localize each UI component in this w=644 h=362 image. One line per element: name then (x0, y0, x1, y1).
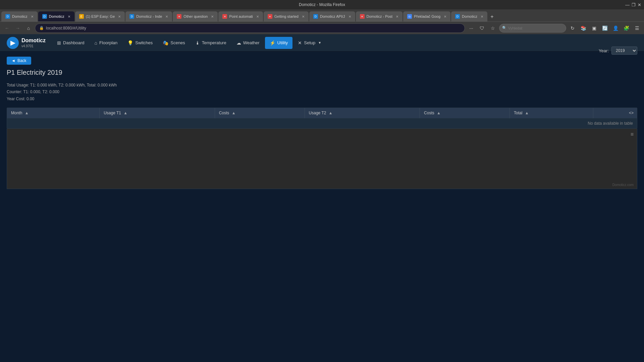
col-usage-t2-sort: ▲ (329, 111, 333, 115)
sidebar-icon[interactable]: ▣ (590, 24, 598, 33)
tab-close-1[interactable]: ✕ (31, 15, 34, 18)
tab-close-9[interactable]: ✕ (396, 15, 398, 18)
tab-label-2: Domoticz (49, 14, 64, 18)
col-costs2-sort: ▲ (437, 111, 441, 115)
title-bar-controls: — ❐ ✕ (625, 2, 641, 7)
browser-tab-5[interactable]: ● Other question ✕ (173, 11, 218, 21)
nav-item-utility[interactable]: ⚡ Utility (265, 37, 293, 49)
weather-icon: ☁ (236, 40, 241, 46)
address-bar[interactable]: 🔒 localhost:8080/#/Utility (35, 23, 465, 33)
temperature-icon: 🌡 (195, 40, 200, 46)
stats-section: Total Usage: T1: 0.000 kWh, T2: 0.000 kW… (7, 82, 637, 102)
tab-label-1: Domoticz (12, 14, 28, 18)
tab-label-5: Other question (183, 14, 208, 18)
tab-close-11[interactable]: ✕ (481, 15, 483, 18)
col-usage-t2[interactable]: Usage T2 ▲ (305, 108, 420, 118)
browser-tab-10[interactable]: G Překladač Goog ✕ (403, 11, 450, 21)
nav-item-setup[interactable]: ✕ Setup ▼ (293, 37, 326, 49)
tab-favicon-2: D (42, 14, 47, 19)
col-usage-t1-label: Usage T1 (104, 111, 121, 115)
search-input[interactable] (508, 26, 558, 30)
year-select[interactable]: 2019 2018 2020 (611, 47, 637, 55)
browser-extra-icons: 📚 ▣ 🔄 👤 🧩 ☰ (579, 24, 641, 33)
tab-close-2[interactable]: ✕ (68, 15, 70, 18)
col-costs2-label: Costs (424, 111, 434, 115)
page-content: ◄ Back Year: 2019 2018 2020 P1 Electrici… (0, 52, 644, 194)
chart-area: ≡ Domoticz.com (7, 129, 637, 189)
nav-item-switches[interactable]: 💡 Switches (123, 37, 157, 49)
app-nav: ▶ Domoticz v4.9701 ⊞ Dashboard ⌂ Floorpl… (0, 34, 644, 52)
nav-item-dashboard[interactable]: ⊞ Dashboard (52, 37, 89, 49)
tab-close-8[interactable]: ✕ (348, 15, 351, 18)
search-bar[interactable]: 🔍 (499, 24, 566, 33)
col-costs2[interactable]: Costs ▲ (420, 108, 510, 118)
tab-label-11: Domoticz (462, 14, 477, 18)
forward-nav-button[interactable]: → (13, 24, 22, 33)
col-total-label: Total (514, 111, 522, 115)
library-icon[interactable]: 📚 (579, 24, 588, 33)
browser-tab-2[interactable]: D Domoticz ✕ (38, 11, 74, 21)
tab-label-8: Domoticz API/J (320, 14, 345, 18)
tab-close-3[interactable]: ✕ (118, 15, 121, 18)
year-cost-stat: Year Cost: 0.00 (7, 96, 637, 102)
col-month-label: Month (11, 111, 22, 115)
col-expand[interactable]: <> (593, 108, 637, 118)
col-costs1[interactable]: Costs ▲ (215, 108, 305, 118)
utility-icon: ⚡ (270, 40, 275, 46)
restore-button[interactable]: ❐ (632, 2, 636, 7)
nav-item-temperature[interactable]: 🌡 Temperature (191, 37, 231, 49)
logo-text-group: Domoticz v4.9701 (21, 38, 46, 48)
tab-favicon-9: ● (360, 14, 365, 19)
tab-close-10[interactable]: ✕ (444, 15, 446, 18)
back-nav-button[interactable]: ← (3, 24, 11, 33)
nav-item-weather[interactable]: ☁ Weather (232, 37, 264, 49)
browser-tab-1[interactable]: D Domoticz ✕ (1, 11, 38, 21)
star-button[interactable]: ☆ (488, 24, 497, 33)
no-data-message: No data available in table (7, 118, 637, 129)
col-total[interactable]: Total ▲ (509, 108, 593, 118)
close-button[interactable]: ✕ (638, 2, 641, 7)
browser-tab-4[interactable]: D Domoticz - Inde ✕ (125, 11, 172, 21)
scenes-icon: 🎭 (163, 40, 168, 46)
tab-favicon-7: ● (268, 14, 272, 19)
nav-item-floorplan[interactable]: ⌂ Floorplan (90, 37, 122, 49)
browser-tab-9[interactable]: ● Domoticz - Post ✕ (356, 11, 403, 21)
address-text: localhost:8080/#/Utility (46, 26, 86, 31)
new-tab-button[interactable]: + (488, 13, 496, 21)
nav-label-utility: Utility (277, 40, 288, 45)
col-usage-t2-label: Usage T2 (309, 111, 326, 115)
nav-label-scenes: Scenes (170, 40, 185, 45)
browser-tab-3[interactable]: E (1) ESP Easy: Ge ✕ (75, 11, 125, 21)
tab-close-7[interactable]: ✕ (302, 15, 305, 18)
total-usage-stat: Total Usage: T1: 0.000 kWh, T2: 0.000 kW… (7, 82, 637, 88)
table-header-row: Month ▲ Usage T1 ▲ Costs ▲ Usage T2 (7, 108, 637, 118)
extensions-icon[interactable]: 🧩 (622, 24, 631, 33)
col-costs1-label: Costs (219, 111, 229, 115)
refresh-button[interactable]: ↻ (568, 24, 577, 33)
profile-icon[interactable]: 👤 (611, 24, 620, 33)
tab-close-6[interactable]: ✕ (256, 15, 259, 18)
col-usage-t1-sort: ▲ (123, 111, 127, 115)
col-month[interactable]: Month ▲ (7, 108, 100, 118)
col-usage-t1[interactable]: Usage T1 ▲ (100, 108, 215, 118)
col-total-sort: ▲ (525, 111, 529, 115)
tab-close-5[interactable]: ✕ (211, 15, 214, 18)
browser-chrome: Domoticz - Mozilla Firefox — ❐ ✕ D Domot… (0, 0, 644, 34)
browser-tab-6[interactable]: ● Point automati ✕ (218, 11, 263, 21)
minimize-button[interactable]: — (625, 2, 630, 7)
browser-tab-7[interactable]: ● Getting started ✕ (264, 11, 309, 21)
chart-menu-icon[interactable]: ≡ (631, 131, 634, 137)
bookmark-shield-button[interactable]: 🛡 (478, 24, 486, 33)
dashboard-icon: ⊞ (57, 40, 61, 46)
nav-item-scenes[interactable]: 🎭 Scenes (158, 37, 190, 49)
tab-close-4[interactable]: ✕ (165, 15, 168, 18)
title-bar: Domoticz - Mozilla Firefox — ❐ ✕ (0, 0, 644, 9)
home-nav-button[interactable]: ⌂ (24, 24, 33, 33)
logo-version: v4.9701 (21, 44, 46, 48)
browser-tab-8[interactable]: D Domoticz API/J ✕ (309, 11, 355, 21)
menu-icon[interactable]: ☰ (633, 24, 641, 33)
browser-tab-11[interactable]: D Domoticz ✕ (451, 11, 487, 21)
back-button[interactable]: ◄ Back (7, 57, 31, 65)
sync-icon[interactable]: 🔄 (600, 24, 609, 33)
more-options-button[interactable]: ··· (467, 24, 476, 33)
